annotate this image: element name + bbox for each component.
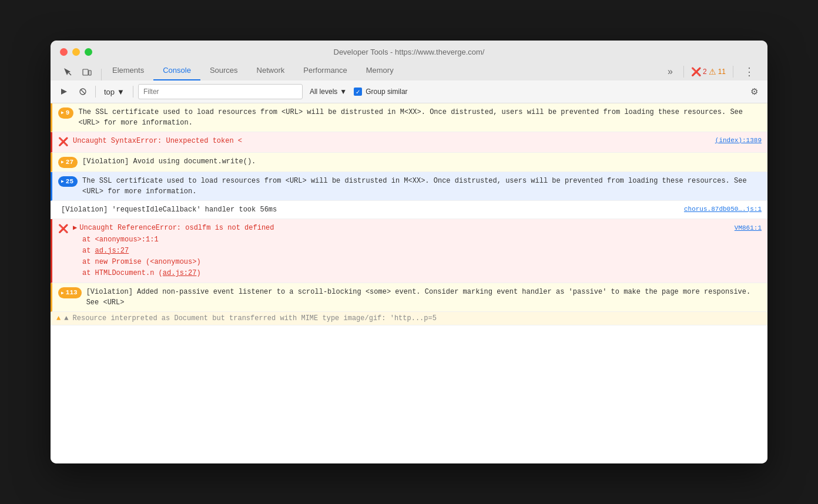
info-count-badge-25[interactable]: ▶ 25 (58, 176, 78, 187)
entry-text-3: [Violation] Avoid using document.write()… (82, 156, 762, 167)
error-main-line: ▶ Uncaught ReferenceError: osdlfm is not… (73, 223, 762, 233)
entry-icon-warning1: ▶ 9 (58, 107, 73, 119)
error-count: ❌ 2 ⚠ 11 (691, 67, 726, 76)
play-triangle: ▶ (61, 109, 64, 116)
tab-right-divider (683, 66, 684, 78)
console-settings-button[interactable]: ⚙ (746, 84, 762, 99)
expand-triangle[interactable]: ▶ (73, 223, 77, 233)
clear-console-button[interactable] (75, 84, 90, 99)
devtools-window: Developer Tools - https://www.theverge.c… (51, 41, 767, 463)
stack-line-1: at <anonymous>:1:1 (82, 234, 762, 246)
run-script-button[interactable] (56, 84, 72, 99)
tab-performance[interactable]: Performance (294, 61, 356, 80)
console-entry-violation-idle: [Violation] 'requestIdleCallback' handle… (51, 201, 767, 219)
maximize-button[interactable] (85, 48, 92, 56)
levels-dropdown[interactable]: All levels ▼ (306, 86, 350, 97)
title-bar-top: Developer Tools - https://www.theverge.c… (60, 48, 758, 56)
badge-number-2: 27 (66, 157, 73, 167)
toolbar-icons (60, 64, 95, 80)
kebab-divider (733, 66, 733, 78)
context-value: top (104, 88, 115, 96)
group-similar-label: Group similar (366, 88, 407, 96)
console-entry-reference-error: ❌ ▶ Uncaught ReferenceError: osdlfm is n… (51, 219, 767, 284)
play-triangle-2: ▶ (61, 159, 64, 166)
truncated-entry: ▲ ▲ Resource interpreted as Document but… (51, 312, 767, 325)
warning-count-badge-27[interactable]: ▶ 27 (58, 157, 78, 168)
svg-rect-0 (83, 69, 88, 75)
svg-line-4 (81, 89, 85, 94)
entry-link-6[interactable]: VM861:1 (729, 223, 762, 233)
device-toolbar-button[interactable] (79, 64, 95, 80)
badge-number-4: 113 (66, 288, 78, 298)
error-badge: ❌ 2 (691, 67, 707, 76)
truncated-text: ▲ Resource interpreted as Document but t… (64, 314, 437, 322)
play-triangle-3: ▶ (61, 178, 64, 185)
filter-sep (133, 86, 133, 98)
error-circle-icon-2: ❌ (58, 223, 68, 236)
warning-count-badge-113[interactable]: ▶ 113 (58, 287, 82, 298)
console-entry-violation-27: ▶ 27 [Violation] Avoid using document.wr… (51, 153, 767, 172)
context-selector[interactable]: top ▼ (100, 86, 128, 98)
console-entry-violation-113: ▶ 113 [Violation] Added non-passive even… (51, 283, 767, 312)
console-toolbar: top ▼ All levels ▼ ✓ Group similar ⚙ (51, 80, 767, 103)
console-entry-syntax-error: ❌ Uncaught SyntaxError: Unexpected token… (51, 132, 767, 153)
entry-link-2[interactable]: (index):1389 (709, 136, 762, 146)
window-title: Developer Tools - https://www.theverge.c… (334, 48, 485, 56)
stack-line-4: at HTMLDocument.n (ad.js:27) (82, 268, 762, 279)
stacktrace: at <anonymous>:1:1 at ad.js:27 at new Pr… (73, 234, 762, 280)
stack-link-ad1[interactable]: ad.js:27 (95, 247, 129, 255)
tab-elements[interactable]: Elements (103, 61, 153, 80)
console-entry-info-ssl: ▶ 25 The SSL certificate used to load re… (51, 172, 767, 201)
svg-rect-1 (89, 70, 91, 75)
entry-icon-info: ▶ 25 (58, 176, 78, 187)
tabs-row: Elements Console Sources Network Perform… (60, 61, 758, 80)
badge-number-3: 25 (66, 177, 73, 187)
entry-icon-warning2: ▶ 27 (58, 156, 78, 168)
tab-network[interactable]: Network (247, 61, 294, 80)
entry-text-5: [Violation] 'requestIdleCallback' handle… (61, 204, 678, 215)
stack-link-ad2[interactable]: ad.js:27 (163, 269, 197, 277)
entry-text-1: The SSL certificate used to load resourc… (78, 107, 762, 128)
levels-arrow: ▼ (340, 88, 347, 96)
minimize-button[interactable] (72, 48, 80, 56)
filter-input[interactable] (138, 84, 303, 99)
inspect-element-button[interactable] (60, 64, 76, 80)
tabs-right: » ❌ 2 ⚠ 11 ⋮ (664, 63, 758, 80)
entry-icon-warning3: ▶ 113 (58, 287, 82, 298)
entry-text-7: [Violation] Added non-passive event list… (86, 287, 762, 308)
entry-link-5[interactable]: chorus.87db050….js:1 (678, 204, 762, 214)
tab-sources[interactable]: Sources (200, 61, 247, 80)
console-entry-warning-ssl: ▶ 9 The SSL certificate used to load res… (51, 103, 767, 132)
warning-number: 11 (718, 68, 726, 76)
error-reference-content: ▶ Uncaught ReferenceError: osdlfm is not… (73, 223, 762, 280)
kebab-menu-button[interactable]: ⋮ (740, 63, 758, 80)
stack-line-3: at new Promise (<anonymous>) (82, 257, 762, 268)
warning-icon: ⚠ (709, 67, 716, 76)
stack-line-2: at ad.js:27 (82, 246, 762, 257)
levels-label: All levels (310, 88, 337, 96)
warning-count-badge-9[interactable]: ▶ 9 (58, 107, 73, 119)
error-number: 2 (703, 68, 707, 76)
entry-icon-error1: ❌ (58, 136, 68, 149)
error-icon: ❌ (691, 67, 701, 76)
more-tabs-button[interactable]: » (664, 64, 676, 79)
error-circle-icon: ❌ (58, 136, 68, 149)
tab-memory[interactable]: Memory (357, 61, 403, 80)
context-chevron: ▼ (117, 88, 125, 96)
toolbar-separator (101, 69, 102, 80)
entry-text-6: Uncaught ReferenceError: osdlfm is not d… (79, 223, 726, 233)
close-button[interactable] (60, 48, 68, 56)
console-toolbar-sep (95, 86, 96, 98)
entry-text-2: Uncaught SyntaxError: Unexpected token < (73, 136, 709, 146)
svg-marker-2 (61, 89, 67, 95)
group-similar-checkbox[interactable]: ✓ (354, 88, 362, 96)
window-controls (60, 48, 92, 56)
tab-console[interactable]: Console (153, 61, 200, 80)
entry-icon-error2: ❌ (58, 223, 68, 236)
title-bar: Developer Tools - https://www.theverge.c… (51, 41, 767, 80)
console-output: ▶ 9 The SSL certificate used to load res… (51, 103, 767, 463)
entry-text-4: The SSL certificate used to load resourc… (82, 176, 762, 197)
truncated-warn-icon: ▲ (56, 314, 61, 322)
badge-number: 9 (66, 108, 70, 118)
group-similar-container: ✓ Group similar (354, 88, 407, 96)
